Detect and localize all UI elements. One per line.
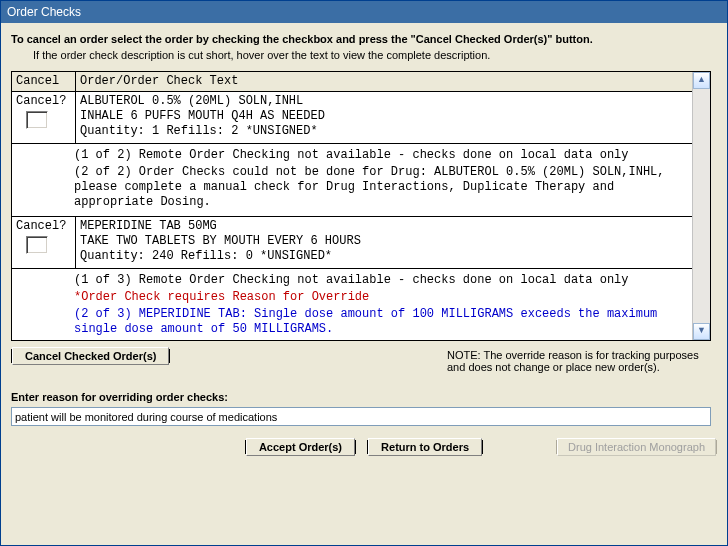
instruction-sub: If the order check description is cut sh… xyxy=(33,49,717,61)
override-note: NOTE: The override reason is for trackin… xyxy=(437,349,717,373)
drug-interaction-monograph-button: Drug Interaction Monograph xyxy=(556,440,717,454)
check-line: (2 of 2) Order Checks could not be done … xyxy=(74,165,688,210)
col-header-cancel: Cancel xyxy=(12,72,76,92)
order-checks-table: Cancel Order/Order Check Text Cancel? xyxy=(11,71,711,341)
check-line: (1 of 3) Remote Order Checking not avail… xyxy=(74,273,688,288)
table-row-checks: (1 of 2) Remote Order Checking not avail… xyxy=(12,144,692,217)
order-line: Quantity: 1 Refills: 2 *UNSIGNED* xyxy=(80,124,688,139)
cancel-label: Cancel? xyxy=(16,94,66,108)
order-line: Quantity: 240 Refills: 0 *UNSIGNED* xyxy=(80,249,688,264)
table-body: Cancel Order/Order Check Text Cancel? xyxy=(12,72,692,340)
scroll-up-button[interactable]: ▲ xyxy=(693,72,710,89)
cancel-label: Cancel? xyxy=(16,219,66,233)
cancel-checkbox[interactable] xyxy=(26,111,48,129)
return-to-orders-button[interactable]: Return to Orders xyxy=(367,440,483,454)
table-row-checks: (1 of 3) Remote Order Checking not avail… xyxy=(12,269,692,341)
check-line: (1 of 2) Remote Order Checking not avail… xyxy=(74,148,688,163)
cancel-checkbox[interactable] xyxy=(26,236,48,254)
order-line: INHALE 6 PUFFS MOUTH Q4H AS NEEDED xyxy=(80,109,688,124)
instruction-main: To cancel an order select the order by c… xyxy=(11,33,717,45)
order-text: MEPERIDINE TAB 50MG TAKE TWO TABLETS BY … xyxy=(76,217,693,269)
order-line: ALBUTEROL 0.5% (20ML) SOLN,INHL xyxy=(80,94,688,109)
window-title: Order Checks xyxy=(1,1,727,23)
check-line-override: *Order Check requires Reason for Overrid… xyxy=(74,339,688,340)
vertical-scrollbar[interactable]: ▲ ▼ xyxy=(692,72,710,340)
content-area: To cancel an order select the order by c… xyxy=(1,23,727,478)
check-line-warning: (2 of 3) MEPERIDINE TAB: Single dose amo… xyxy=(74,307,688,337)
col-header-text: Order/Order Check Text xyxy=(76,72,693,92)
order-line: MEPERIDINE TAB 50MG xyxy=(80,219,688,234)
order-line: TAKE TWO TABLETS BY MOUTH EVERY 6 HOURS xyxy=(80,234,688,249)
override-reason-input[interactable] xyxy=(11,407,711,426)
check-line-override: *Order Check requires Reason for Overrid… xyxy=(74,290,688,305)
accept-orders-button[interactable]: Accept Order(s) xyxy=(245,440,356,454)
reason-label: Enter reason for overriding order checks… xyxy=(11,391,717,403)
scroll-down-button[interactable]: ▼ xyxy=(693,323,710,340)
table-row: Cancel? MEPERIDINE TAB 50MG TAKE TWO TAB… xyxy=(12,217,692,269)
order-text: ALBUTEROL 0.5% (20ML) SOLN,INHL INHALE 6… xyxy=(76,92,693,144)
scroll-track[interactable] xyxy=(693,89,710,323)
cancel-checked-orders-button[interactable]: Cancel Checked Order(s) xyxy=(11,349,170,363)
table-row: Cancel? ALBUTEROL 0.5% (20ML) SOLN,INHL … xyxy=(12,92,692,144)
order-checks-window: Order Checks To cancel an order select t… xyxy=(0,0,728,546)
